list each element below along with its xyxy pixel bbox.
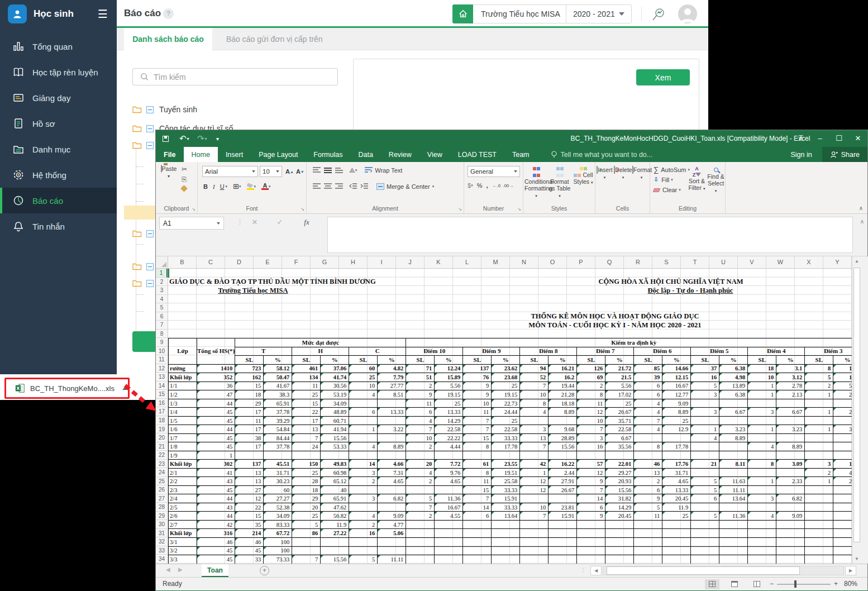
- cell-value[interactable]: 11.36: [435, 494, 463, 503]
- cell-value[interactable]: [776, 485, 805, 494]
- cell-value[interactable]: 16.67: [662, 382, 691, 390]
- cell-value[interactable]: 12: [520, 477, 549, 486]
- cell-value[interactable]: 3.09: [776, 460, 805, 469]
- table-header[interactable]: Điểm 4: [748, 347, 805, 356]
- cell-value[interactable]: [748, 503, 776, 512]
- row-header-31[interactable]: 31: [156, 529, 168, 538]
- cell-value[interactable]: 9.68: [549, 425, 577, 434]
- cell-value[interactable]: 8: [463, 468, 492, 477]
- cell-value[interactable]: 33.33: [492, 485, 520, 494]
- row-header-29[interactable]: 29: [156, 512, 168, 521]
- select-all-corner[interactable]: [156, 256, 168, 268]
- cell-value[interactable]: 17: [235, 408, 264, 417]
- column-header-Y[interactable]: Y: [823, 256, 852, 268]
- cell-value[interactable]: 8: [520, 399, 549, 408]
- cell-value[interactable]: 47.62: [321, 503, 349, 512]
- align-right-icon[interactable]: [335, 183, 343, 190]
- row-header-20[interactable]: 20: [156, 433, 168, 442]
- view-button[interactable]: Xem: [636, 69, 690, 85]
- hamburger-icon[interactable]: ☰: [98, 8, 108, 20]
- cell-value[interactable]: 76: [463, 373, 492, 382]
- cell-value[interactable]: 52: [520, 373, 549, 382]
- cell-value[interactable]: [520, 529, 549, 538]
- cell-value[interactable]: 21.5: [605, 373, 634, 382]
- cell-value[interactable]: 7: [292, 433, 321, 442]
- cell-value[interactable]: 6.38: [719, 390, 748, 399]
- cell-value[interactable]: [719, 546, 748, 555]
- table-header[interactable]: SL: [577, 356, 605, 365]
- cell-value[interactable]: [378, 433, 406, 442]
- cell-value[interactable]: [492, 451, 520, 460]
- cell-value[interactable]: 2.13: [776, 390, 805, 399]
- row-header-9[interactable]: 9: [156, 338, 168, 347]
- delete-cells-button[interactable]: × Delete▾: [614, 166, 632, 180]
- scroll-down-icon[interactable]: ▼: [853, 556, 860, 561]
- copy-button[interactable]: ⎘: [182, 175, 187, 183]
- cell-value[interactable]: [719, 451, 748, 460]
- cell-value[interactable]: [691, 416, 719, 425]
- cell-value[interactable]: [435, 520, 463, 529]
- cell-value[interactable]: [605, 529, 634, 538]
- cell-value[interactable]: 1: [748, 477, 776, 486]
- cell-value[interactable]: [805, 485, 833, 494]
- column-header-N[interactable]: N: [510, 256, 538, 268]
- table-header[interactable]: SL: [691, 356, 719, 365]
- enter-icon[interactable]: ✓: [273, 218, 287, 226]
- close-button[interactable]: ✕: [848, 130, 867, 147]
- number-format-combo[interactable]: General: [468, 166, 520, 177]
- cell-value[interactable]: 16.67: [435, 503, 463, 512]
- cell-value[interactable]: [719, 468, 748, 477]
- column-header-C[interactable]: C: [197, 256, 225, 268]
- increase-decimal-button[interactable]: ←.0: [492, 183, 500, 188]
- cell-value[interactable]: 214: [235, 529, 264, 538]
- cell-value[interactable]: [776, 503, 805, 512]
- cell-value[interactable]: 9: [463, 382, 492, 390]
- next-sheet-icon[interactable]: ▶: [178, 566, 183, 573]
- cell-value[interactable]: 10: [463, 399, 492, 408]
- shrink-font-button[interactable]: A▼: [296, 168, 304, 175]
- cell-value[interactable]: [691, 442, 719, 451]
- row-header-2[interactable]: 2: [156, 278, 168, 287]
- cell-class-label[interactable]: 2/1: [169, 468, 197, 477]
- cell-value[interactable]: 29: [292, 494, 321, 503]
- find-select-button[interactable]: Find & Select ▾: [707, 165, 725, 193]
- cell-value[interactable]: [378, 503, 406, 512]
- sidebar-item-he-thong[interactable]: Hệ thống: [0, 162, 117, 188]
- column-header-B[interactable]: B: [168, 256, 197, 268]
- cell-value[interactable]: 60: [349, 364, 378, 373]
- cell-value[interactable]: 2: [577, 382, 605, 390]
- increase-indent-icon[interactable]: [360, 183, 368, 190]
- cell-value[interactable]: 27.27: [264, 494, 292, 503]
- undo-button[interactable]: ↶▾: [179, 130, 189, 147]
- table-header[interactable]: SL: [520, 356, 549, 365]
- cell-value[interactable]: 162: [235, 373, 264, 382]
- cell-value[interactable]: 11: [634, 512, 662, 521]
- cell-value[interactable]: [520, 416, 549, 425]
- cell-value[interactable]: 37.78: [264, 408, 292, 417]
- cell-class-label[interactable]: 2/5: [169, 503, 197, 512]
- cell-value[interactable]: 53.19: [321, 390, 349, 399]
- font-size-combo[interactable]: 10: [260, 166, 282, 177]
- cell-value[interactable]: 7: [406, 425, 435, 434]
- row-header-21[interactable]: 21: [156, 442, 168, 451]
- cell-value[interactable]: [805, 512, 833, 521]
- cell-value[interactable]: 41.74: [321, 373, 349, 382]
- cell-value[interactable]: 49.83: [321, 460, 349, 469]
- cell-value[interactable]: [691, 399, 719, 408]
- row-header-1[interactable]: 1: [156, 269, 168, 278]
- cell-value[interactable]: [776, 433, 805, 442]
- cell-value[interactable]: 13.64: [719, 494, 748, 503]
- cell-value[interactable]: 45: [197, 416, 235, 425]
- cell-value[interactable]: 38.3: [264, 390, 292, 399]
- sidebar-item-giang-day[interactable]: Giảng dạy: [0, 85, 117, 111]
- cell-value[interactable]: [406, 555, 435, 564]
- cell-value[interactable]: 7: [520, 382, 549, 390]
- cell-value[interactable]: 11.36: [719, 512, 748, 521]
- ribbon-tab-insert[interactable]: Insert: [218, 147, 251, 162]
- comma-style-button[interactable]: ,: [486, 182, 488, 189]
- cell-value[interactable]: 18.18: [549, 399, 577, 408]
- cell-value[interactable]: 6.67: [776, 408, 805, 417]
- cell-value[interactable]: 51: [406, 373, 435, 382]
- cell-value[interactable]: [805, 503, 833, 512]
- cell-value[interactable]: 17.78: [662, 442, 691, 451]
